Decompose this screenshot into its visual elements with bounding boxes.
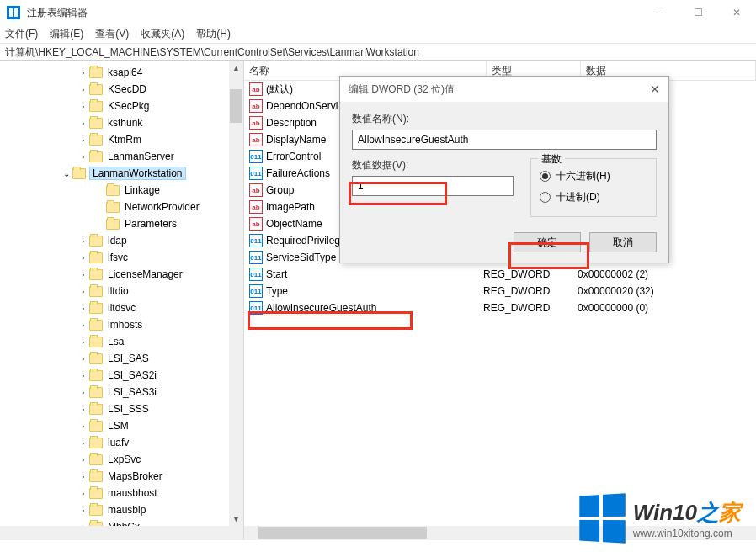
tree-item-lsm[interactable]: ›LSM [2,417,243,434]
tree-item-lsi_sas[interactable]: ›LSI_SAS [2,350,243,367]
address-bar[interactable]: 计算机\HKEY_LOCAL_MACHINE\SYSTEM\CurrentCon… [0,44,756,61]
tree-item-ktmrm[interactable]: ›KtmRm [2,131,243,148]
folder-icon [89,387,103,398]
tree-item-lsa[interactable]: ›Lsa [2,333,243,350]
chevron-right-icon[interactable]: › [77,102,89,111]
ok-button[interactable]: 确定 [514,232,581,252]
chevron-right-icon[interactable]: › [77,119,89,128]
chevron-down-icon[interactable]: ⌄ [61,169,72,178]
string-value-icon: ab [249,99,263,113]
chevron-right-icon[interactable]: › [77,337,89,347]
tree-vscroll[interactable]: ▲ ▼ [229,61,243,526]
dialog-title: 编辑 DWORD (32 位)值 [349,82,455,97]
chevron-right-icon[interactable]: › [77,135,89,145]
radio-dec[interactable]: 十进制(D) [540,187,647,208]
list-row[interactable]: 011AllowInsecureGuestAuthREG_DWORD0x0000… [244,300,756,316]
cancel-button[interactable]: 取消 [589,232,657,252]
windows-logo-icon [579,493,626,543]
tree-item-ksapi64[interactable]: ›ksapi64 [2,64,243,81]
tree-item-label: mausbhost [106,487,159,499]
folder-icon [89,118,103,129]
tree-item-mapsbroker[interactable]: ›MapsBroker [2,468,243,485]
menu-file[interactable]: 文件(F) [5,27,38,41]
list-row[interactable]: 011TypeREG_DWORD0x00000020 (32) [244,283,756,300]
string-value-icon: ab [249,116,263,130]
tree-item-mausbip[interactable]: ›mausbip [2,501,243,518]
folder-icon [89,505,103,516]
tree-item-linkage[interactable]: Linkage [2,182,243,199]
scroll-up-icon[interactable]: ▲ [229,61,243,75]
tree-item-ksecdd[interactable]: ›KSecDD [2,81,243,98]
chevron-right-icon[interactable]: › [77,152,89,162]
maximize-button[interactable]: ☐ [679,0,717,25]
folder-icon [89,404,103,415]
tree-item-lmhosts[interactable]: ›lmhosts [2,316,243,333]
chevron-right-icon[interactable]: › [77,304,89,313]
folder-icon [106,202,120,213]
titlebar: 注册表编辑器 ─ ☐ ✕ [0,0,756,25]
radio-hex[interactable]: 十六进制(H) [540,166,647,187]
folder-icon [89,101,103,112]
menu-edit[interactable]: 编辑(E) [50,27,83,41]
chevron-right-icon[interactable]: › [77,287,89,296]
tree-item-lanmanworkstation[interactable]: ⌄LanmanWorkstation [2,165,243,182]
scroll-thumb[interactable] [230,89,242,123]
binary-value-icon: 011 [249,301,263,315]
chevron-right-icon[interactable]: › [77,405,89,414]
chevron-right-icon[interactable]: › [77,472,89,481]
folder-icon [89,269,103,280]
tree-hscroll[interactable] [0,526,243,540]
menu-view[interactable]: 查看(V) [95,27,129,41]
chevron-right-icon[interactable]: › [77,455,89,464]
tree-item-lltdsvc[interactable]: ›lltdsvc [2,300,243,316]
chevron-right-icon[interactable]: › [77,354,89,363]
scroll-thumb[interactable] [258,527,427,539]
value-data-field[interactable] [352,176,514,196]
list-row[interactable]: 011StartREG_DWORD0x00000002 (2) [244,266,756,283]
folder-icon [89,320,103,331]
tree-item-lanmanserver[interactable]: ›LanmanServer [2,148,243,165]
scroll-down-icon[interactable]: ▼ [229,512,243,526]
tree-item-lltdio[interactable]: ›lltdio [2,283,243,300]
menu-favorites[interactable]: 收藏夹(A) [141,27,184,41]
tree-item-ksecpkg[interactable]: ›KSecPkg [2,98,243,114]
chevron-right-icon[interactable]: › [77,422,89,431]
chevron-right-icon[interactable]: › [77,506,89,515]
tree-item-ldap[interactable]: ›ldap [2,232,243,249]
dialog-close-icon[interactable]: ✕ [650,82,660,96]
base-fieldset: 基数 十六进制(H) 十进制(D) [530,158,657,217]
chevron-right-icon[interactable]: › [77,270,89,279]
value-name-field[interactable] [352,130,657,150]
tree-item-lfsvc[interactable]: ›lfsvc [2,249,243,266]
tree-item-mausbhost[interactable]: ›mausbhost [2,485,243,501]
chevron-right-icon[interactable]: › [77,68,89,77]
tree-item-lxpsvc[interactable]: ›LxpSvc [2,451,243,468]
chevron-right-icon[interactable]: › [77,236,89,246]
folder-icon [89,252,103,263]
chevron-right-icon[interactable]: › [77,438,89,448]
close-button[interactable]: ✕ [717,0,756,25]
chevron-right-icon[interactable]: › [77,85,89,94]
folder-icon [89,353,103,364]
tree-item-parameters[interactable]: Parameters [2,215,243,232]
tree-item-luafv[interactable]: ›luafv [2,434,243,451]
folder-icon [89,370,103,381]
tree-item-licensemanager[interactable]: ›LicenseManager [2,266,243,283]
tree-item-ksthunk[interactable]: ›ksthunk [2,114,243,131]
tree-item-lsi_sas3i[interactable]: ›LSI_SAS3i [2,384,243,401]
tree-item-label: MapsBroker [106,470,164,482]
dialog-titlebar[interactable]: 编辑 DWORD (32 位)值 ✕ [340,77,668,102]
tree-item-lsi_sas2i[interactable]: ›LSI_SAS2i [2,367,243,384]
menu-help[interactable]: 帮助(H) [196,27,231,41]
chevron-right-icon[interactable]: › [77,371,89,380]
tree-item-lsi_sss[interactable]: ›LSI_SSS [2,401,243,417]
chevron-right-icon[interactable]: › [77,253,89,263]
tree-item-label: Parameters [123,218,178,230]
chevron-right-icon[interactable]: › [77,489,89,498]
value-data: 0x00000020 (32) [578,285,756,297]
chevron-right-icon[interactable]: › [77,388,89,397]
chevron-right-icon[interactable]: › [77,321,89,330]
minimize-button[interactable]: ─ [640,0,679,25]
tree-item-networkprovider[interactable]: NetworkProvider [2,199,243,215]
string-value-icon: ab [249,200,263,214]
